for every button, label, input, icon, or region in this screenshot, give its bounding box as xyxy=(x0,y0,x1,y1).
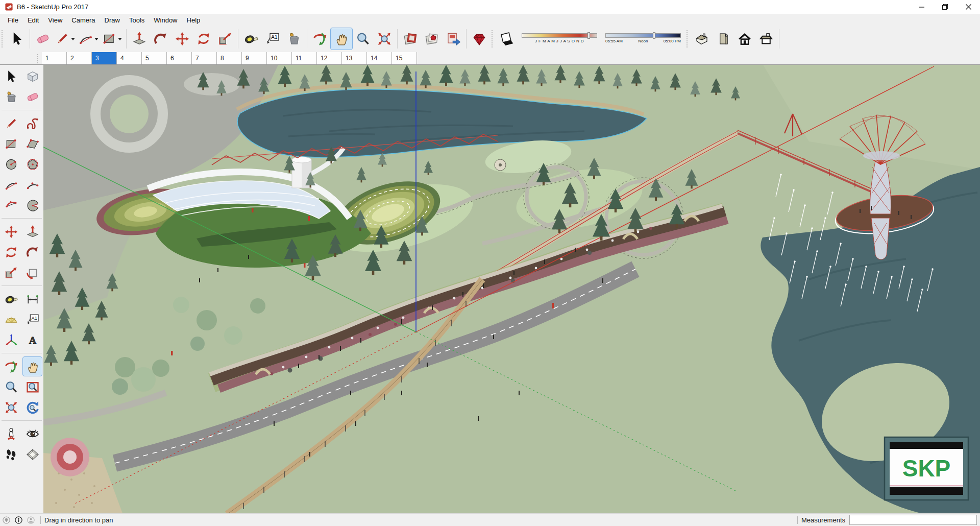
menu-draw[interactable]: Draw xyxy=(100,15,125,26)
scene-tab-8[interactable]: 8 xyxy=(217,52,242,64)
circle-tool[interactable] xyxy=(2,155,20,174)
select-tool[interactable] xyxy=(2,67,20,86)
two-point-arc-tool[interactable] xyxy=(23,175,42,194)
pan-tool-button[interactable] xyxy=(331,28,352,50)
menu-tools[interactable]: Tools xyxy=(125,15,149,26)
scene-tab-15[interactable]: 15 xyxy=(392,52,417,64)
offset-tool-button[interactable] xyxy=(150,28,172,50)
scene-tab-7[interactable]: 7 xyxy=(192,52,217,64)
shapes-tool-dropdown[interactable] xyxy=(118,38,122,40)
scene-tab-1[interactable]: 1 xyxy=(42,52,67,64)
line-tool-dropdown[interactable] xyxy=(71,38,75,40)
sign-in-button[interactable] xyxy=(24,514,37,526)
push-pull-tool[interactable] xyxy=(23,222,42,241)
offset-tool[interactable] xyxy=(23,263,42,282)
scene-tab-4[interactable]: 4 xyxy=(117,52,142,64)
paint-bucket-tool[interactable] xyxy=(2,87,20,106)
toolbar-grip[interactable] xyxy=(492,30,495,47)
zoom-extents-button[interactable] xyxy=(374,28,395,50)
pan-tool[interactable] xyxy=(23,357,42,376)
scale-tool-button[interactable] xyxy=(214,28,236,50)
scene-tab-5[interactable]: 5 xyxy=(142,52,167,64)
export-model-button[interactable] xyxy=(421,28,443,50)
follow-me-tool[interactable] xyxy=(23,243,42,261)
scene-tab-10[interactable]: 10 xyxy=(267,52,292,64)
dimension-tool[interactable] xyxy=(23,290,42,308)
polygon-tool[interactable] xyxy=(23,155,42,174)
rotate-tool[interactable] xyxy=(2,243,20,261)
shapes-tool-button[interactable] xyxy=(101,28,118,50)
scene-tab-14[interactable]: 14 xyxy=(367,52,392,64)
menu-help[interactable]: Help xyxy=(182,15,205,26)
menu-view[interactable]: View xyxy=(43,15,67,26)
text-tool[interactable]: A1 xyxy=(23,310,42,329)
zoom-extents-tool[interactable] xyxy=(2,398,20,417)
export-image-button[interactable] xyxy=(443,28,464,50)
line-tool-button[interactable] xyxy=(54,28,71,50)
menu-file[interactable]: File xyxy=(3,15,23,26)
component-house-button[interactable] xyxy=(691,28,713,50)
previous-view-tool[interactable] xyxy=(23,398,42,417)
shadow-time-slider[interactable]: 06:55 AM Noon 05:00 PM xyxy=(605,31,681,46)
scene-tab-11[interactable]: 11 xyxy=(292,52,317,64)
tape-measure-tool[interactable] xyxy=(2,290,20,308)
geolocation-button[interactable] xyxy=(0,514,12,526)
shadow-date-slider[interactable]: J F M A M J J A S O N D xyxy=(522,31,597,46)
toolbar-grip[interactable] xyxy=(687,30,690,47)
move-tool-button[interactable] xyxy=(172,28,193,50)
ruby-console-button[interactable] xyxy=(469,28,490,50)
shadows-toggle-button[interactable] xyxy=(496,28,518,50)
orbit-tool[interactable] xyxy=(2,357,20,376)
date-gradient-strip[interactable] xyxy=(522,33,597,38)
component-house-front-button[interactable] xyxy=(734,28,755,50)
scene-tab-6[interactable]: 6 xyxy=(167,52,192,64)
time-gradient-strip[interactable] xyxy=(605,33,681,38)
tabs-grip[interactable] xyxy=(37,54,41,63)
menu-window[interactable]: Window xyxy=(149,15,182,26)
zoom-tool-button[interactable] xyxy=(352,28,374,50)
position-camera-tool[interactable] xyxy=(2,424,20,443)
measurements-input[interactable] xyxy=(849,515,977,525)
axes-tool[interactable] xyxy=(2,330,20,349)
look-around-tool[interactable] xyxy=(23,424,42,443)
scale-tool[interactable] xyxy=(2,263,20,282)
arc-tool[interactable] xyxy=(2,175,20,194)
zoom-window-tool[interactable] xyxy=(23,377,42,396)
pie-tool[interactable] xyxy=(23,196,42,214)
eraser-tool-button[interactable] xyxy=(32,28,54,50)
rotated-rectangle-tool[interactable] xyxy=(23,134,42,153)
paint-bucket-button[interactable] xyxy=(283,28,305,50)
close-button[interactable] xyxy=(957,0,980,14)
toolbar-grip[interactable] xyxy=(2,30,5,47)
walk-tool[interactable] xyxy=(2,445,20,464)
line-tool[interactable] xyxy=(2,114,20,133)
section-plane-tool[interactable] xyxy=(23,445,42,464)
scene-tab-13[interactable]: 13 xyxy=(342,52,367,64)
restore-button[interactable] xyxy=(933,0,957,14)
export-layout-button[interactable] xyxy=(400,28,421,50)
scene-tab-3[interactable]: 3 xyxy=(92,52,117,64)
rectangle-tool[interactable] xyxy=(2,134,20,153)
tape-measure-button[interactable] xyxy=(240,28,262,50)
arc-tool-button[interactable] xyxy=(77,28,94,50)
3d-text-tool[interactable]: A xyxy=(23,330,42,349)
component-building-button[interactable] xyxy=(713,28,734,50)
make-component-tool[interactable] xyxy=(23,67,42,86)
credits-button[interactable] xyxy=(12,514,24,526)
component-house-flat-button[interactable] xyxy=(755,28,777,50)
scene-tab-12[interactable]: 12 xyxy=(317,52,342,64)
rotate-tool-button[interactable] xyxy=(193,28,214,50)
three-point-arc-tool[interactable] xyxy=(2,196,20,214)
protractor-tool[interactable] xyxy=(2,310,20,329)
zoom-tool[interactable] xyxy=(2,377,20,396)
menu-camera[interactable]: Camera xyxy=(67,15,100,26)
push-pull-tool-button[interactable] xyxy=(129,28,150,50)
text-tool-button[interactable]: A1 xyxy=(262,28,283,50)
orbit-tool-button[interactable] xyxy=(309,28,331,50)
viewport-3d-canvas[interactable]: SKP xyxy=(43,65,980,513)
scene-tab-2[interactable]: 2 xyxy=(67,52,92,64)
menu-edit[interactable]: Edit xyxy=(23,15,43,26)
scene-tab-9[interactable]: 9 xyxy=(242,52,267,64)
eraser-tool[interactable] xyxy=(23,87,42,106)
minimize-button[interactable] xyxy=(910,0,933,14)
